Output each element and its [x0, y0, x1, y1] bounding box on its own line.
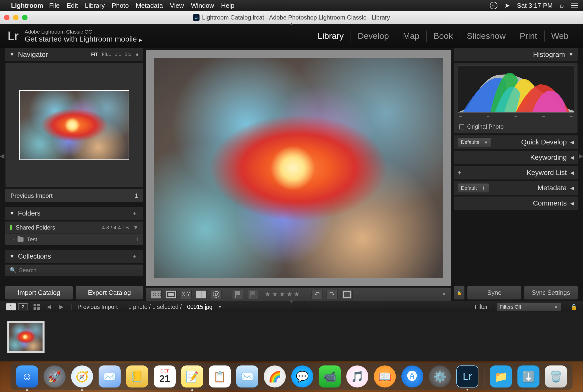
menu-help[interactable]: Help	[221, 2, 234, 10]
menu-file[interactable]: File	[49, 2, 60, 10]
add-keyword-icon[interactable]: +	[458, 169, 462, 177]
loupe-view[interactable]	[146, 50, 451, 286]
dock-applications-folder-icon[interactable]: 📁	[490, 365, 512, 387]
painter-tool-button[interactable]	[342, 290, 353, 299]
top-panel-handle-icon[interactable]: ▲	[289, 21, 294, 27]
menubar-app-name[interactable]: Lightroom	[11, 2, 43, 10]
toolbar-menu-icon[interactable]: ▼	[441, 291, 446, 297]
filmstrip-filename[interactable]: 00015.jpg	[187, 304, 212, 310]
dock-finder-icon[interactable]: ☺	[16, 365, 38, 387]
sync-button[interactable]: Sync	[467, 286, 521, 300]
compare-view-button[interactable]: X|Y	[181, 290, 192, 299]
dock-calendar-icon[interactable]: OCT21	[154, 365, 176, 387]
right-panel-handle-icon[interactable]: ▶	[578, 150, 583, 161]
histogram-chart[interactable]	[458, 66, 574, 113]
filter-preset-dropdown[interactable]: Filters Off ▲▼	[496, 303, 561, 311]
dock-notes-icon[interactable]: 📝	[181, 365, 203, 387]
navigator-thumbnail[interactable]	[19, 90, 129, 160]
window-minimize-button[interactable]	[13, 15, 19, 20]
navigator-header[interactable]: ▼ Navigator FIT FILL 1:1 3:1 ▲▼	[5, 48, 143, 61]
dock-itunes-icon[interactable]: 🎵	[346, 365, 368, 387]
creative-cloud-icon[interactable]: ∞	[490, 2, 497, 9]
left-panel-handle-icon[interactable]: ◀	[0, 150, 5, 161]
menu-view[interactable]: View	[170, 2, 184, 10]
window-close-button[interactable]	[4, 15, 10, 20]
folder-row[interactable]: ▹ Test 1	[5, 234, 143, 245]
cursor-tray-icon[interactable]: ➤	[504, 2, 510, 10]
filmstrip-filename-menu-icon[interactable]: ▼	[218, 305, 222, 309]
quick-develop-header[interactable]: Defaults ▲▼ Quick Develop ◀	[454, 135, 578, 149]
flag-pick-button[interactable]	[232, 290, 243, 299]
keywording-header[interactable]: Keywording ◀	[454, 150, 578, 164]
filmstrip[interactable]	[0, 312, 583, 361]
menu-library[interactable]: Library	[85, 2, 105, 10]
dock-ibooks-icon[interactable]: 📖	[374, 365, 396, 387]
dock-mail-icon[interactable]: ✉️	[99, 365, 121, 387]
dock-photos-icon[interactable]: 🌈	[264, 365, 286, 387]
original-photo-toggle[interactable]: Original Photo	[458, 120, 574, 132]
rotate-cw-button[interactable]: ↷	[327, 290, 338, 299]
dock-safari-icon[interactable]: 🧭	[71, 365, 93, 387]
window-zoom-button[interactable]	[22, 15, 28, 20]
comments-header[interactable]: Comments ◀	[454, 196, 578, 210]
rotate-ccw-button[interactable]: ↶	[312, 290, 323, 299]
grid-view-button[interactable]	[151, 290, 162, 299]
quick-develop-preset-dropdown[interactable]: Defaults ▲▼	[458, 137, 491, 147]
module-book[interactable]: Book	[426, 31, 460, 41]
sync-lock-button[interactable]: 🔒	[454, 286, 465, 300]
keyword-list-header[interactable]: + Keyword List ◀	[454, 166, 578, 179]
identity-plate[interactable]: Adobe Lightroom Classic CC Get started w…	[25, 29, 142, 43]
dock-trash-icon[interactable]: 🗑️	[545, 365, 567, 387]
dock-messages-icon[interactable]: 💬	[291, 365, 313, 387]
menu-edit[interactable]: Edit	[67, 2, 78, 10]
dock-lightroom-icon[interactable]: Lr	[456, 365, 478, 387]
histogram-header[interactable]: Histogram ▼	[454, 48, 578, 61]
filmstrip-handle-icon[interactable]: ▼	[289, 299, 294, 305]
collections-search[interactable]: 🔍 Search	[5, 264, 143, 276]
go-back-button[interactable]: ◄	[46, 303, 53, 311]
folders-header[interactable]: ▼ Folders +.	[5, 207, 143, 220]
dock-facetime-icon[interactable]: 📹	[319, 365, 341, 387]
zoom-fit[interactable]: FIT	[91, 52, 98, 57]
catalog-source-row[interactable]: Previous Import 1	[5, 189, 143, 202]
dock-contacts-icon[interactable]: 📒	[126, 365, 148, 387]
module-map[interactable]: Map	[396, 31, 426, 41]
module-web[interactable]: Web	[544, 31, 575, 41]
metadata-header[interactable]: Default ▲▼ Metadata ◀	[454, 181, 578, 195]
rating-stars[interactable]: ★★★★★	[265, 290, 301, 298]
control-center-icon[interactable]	[571, 3, 578, 8]
zoom-fill[interactable]: FILL	[102, 52, 111, 57]
filter-lock-icon[interactable]: 🔒	[570, 304, 577, 310]
filmstrip-thumbnail[interactable]	[7, 321, 45, 353]
collections-header[interactable]: ▼ Collections +.	[5, 250, 143, 263]
folder-disclosure-icon[interactable]: ▹	[13, 238, 15, 242]
import-catalog-button[interactable]: Import Catalog	[5, 286, 73, 300]
zoom-stepper-icon[interactable]: ▲▼	[135, 53, 139, 57]
display-2-button[interactable]: 2	[18, 303, 28, 310]
export-catalog-button[interactable]: Export Catalog	[76, 286, 144, 300]
collections-add-icon[interactable]: +.	[133, 253, 139, 260]
dock-messages-alt-icon[interactable]: ✉️	[236, 365, 258, 387]
dock-launchpad-icon[interactable]: 🚀	[44, 365, 66, 387]
filmstrip-source[interactable]: Previous Import	[77, 304, 118, 310]
dock-downloads-folder-icon[interactable]: ⬇️	[517, 365, 539, 387]
spotlight-icon[interactable]: ⌕	[560, 2, 564, 10]
module-slideshow[interactable]: Slideshow	[460, 31, 513, 41]
sync-settings-button[interactable]: Sync Settings	[524, 286, 578, 300]
menu-metadata[interactable]: Metadata	[136, 2, 163, 10]
module-library[interactable]: Library	[311, 31, 351, 41]
zoom-3to1[interactable]: 3:1	[125, 52, 131, 57]
dock-reminders-icon[interactable]: 📋	[209, 365, 231, 387]
survey-view-button[interactable]	[196, 290, 207, 299]
menu-photo[interactable]: Photo	[112, 2, 129, 10]
people-view-button[interactable]	[211, 290, 222, 299]
go-forward-button[interactable]: ►	[58, 303, 65, 311]
metadata-preset-dropdown[interactable]: Default ▲▼	[458, 183, 489, 193]
module-print[interactable]: Print	[513, 31, 544, 41]
jump-to-grid-icon[interactable]	[34, 304, 40, 310]
menu-window[interactable]: Window	[191, 2, 214, 10]
folders-add-icon[interactable]: +.	[133, 210, 139, 217]
module-develop[interactable]: Develop	[351, 31, 396, 41]
volume-menu-icon[interactable]: ▼	[133, 224, 139, 231]
dock-systemprefs-icon[interactable]: ⚙️	[429, 365, 451, 387]
